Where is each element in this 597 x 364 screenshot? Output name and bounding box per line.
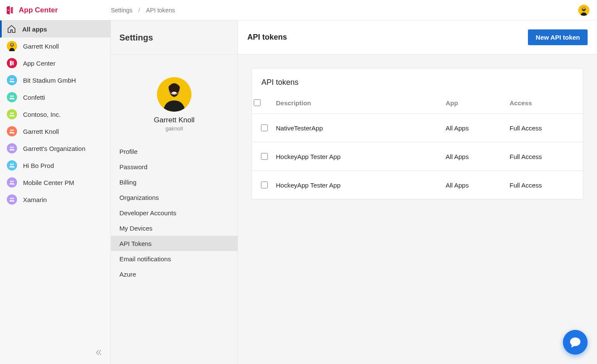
settings-nav-item[interactable]: Azure <box>111 266 238 282</box>
chevrons-left-icon <box>94 348 103 357</box>
sidebar-item-label: Contoso, Inc. <box>23 111 61 118</box>
col-description: Description <box>276 92 446 114</box>
org-icon <box>7 194 17 205</box>
settings-title: Settings <box>119 33 153 43</box>
breadcrumb-current: API tokens <box>146 7 175 14</box>
sidebar-item-label: Garrett's Organization <box>23 145 85 152</box>
svg-point-9 <box>172 92 176 93</box>
settings-nav-item[interactable]: Developer Accounts <box>111 205 238 220</box>
cell-access: Full Access <box>510 142 583 171</box>
table-row[interactable]: NativeTesterAppAll AppsFull Access <box>252 114 583 142</box>
user-avatar[interactable] <box>578 5 589 16</box>
profile-name: Garrett Knoll <box>154 116 194 124</box>
settings-nav-item[interactable]: Email notifications <box>111 251 238 266</box>
svg-point-0 <box>8 9 9 10</box>
cell-app: All Apps <box>446 171 510 199</box>
table-header-row: Description App Access <box>252 92 583 114</box>
sidebar: All apps Garrett KnollApp CenterBit Stad… <box>0 20 111 364</box>
card-title: API tokens <box>252 69 583 92</box>
chat-icon <box>569 336 582 349</box>
avatar-icon <box>157 77 191 112</box>
sidebar-item-label: Garrett Knoll <box>23 43 59 50</box>
svg-point-6 <box>11 43 13 46</box>
row-checkbox[interactable] <box>261 124 268 131</box>
sidebar-item-label: Xamarin <box>23 196 47 203</box>
sidebar-item-label: App Center <box>23 60 55 67</box>
settings-nav-item[interactable]: Password <box>111 159 238 174</box>
chat-button[interactable] <box>563 330 588 355</box>
main: API tokens New API token API tokens Desc… <box>238 20 597 364</box>
cell-description: HockeyApp Tester App <box>276 142 446 171</box>
brand-block[interactable]: App Center <box>5 6 111 15</box>
settings-nav-item[interactable]: Billing <box>111 174 238 190</box>
sidebar-item[interactable]: Garrett's Organization <box>0 140 110 157</box>
org-icon <box>7 75 17 85</box>
col-access: Access <box>510 92 583 114</box>
org-icon <box>7 109 17 119</box>
sidebar-item-all-apps[interactable]: All apps <box>0 20 110 38</box>
app-icon <box>7 58 17 68</box>
sidebar-item-label: Mobile Center PM <box>23 179 74 186</box>
sidebar-item-label: Hi Bo Prod <box>23 162 54 169</box>
avatar-icon <box>578 5 589 16</box>
user-avatar-icon <box>7 41 17 51</box>
cell-description: HockeyApp Tester App <box>276 171 446 199</box>
topbar: App Center Settings / API tokens <box>0 0 597 20</box>
sidebar-item[interactable]: Confetti <box>0 89 110 106</box>
sidebar-org-list: Garrett KnollApp CenterBit Stadium GmbHC… <box>0 38 110 208</box>
table-row[interactable]: HockeyApp Tester AppAll AppsFull Access <box>252 171 583 199</box>
sidebar-item[interactable]: Contoso, Inc. <box>0 106 110 123</box>
settings-panel: Settings Garrett Knoll gaknoll ProfilePa… <box>111 20 238 364</box>
settings-nav: ProfilePasswordBillingOrganizationsDevel… <box>111 144 238 282</box>
sidebar-item[interactable]: Hi Bo Prod <box>0 157 110 174</box>
sidebar-item[interactable]: Mobile Center PM <box>0 174 110 191</box>
sidebar-item[interactable]: Garrett Knoll <box>0 123 110 140</box>
sidebar-item-label: Bit Stadium GmbH <box>23 77 76 84</box>
page-title: API tokens <box>247 33 287 42</box>
sidebar-item[interactable]: App Center <box>0 55 110 72</box>
sidebar-footer <box>0 342 110 364</box>
new-api-token-button[interactable]: New API token <box>528 29 588 45</box>
api-tokens-card: API tokens Description App Access Native… <box>252 68 583 199</box>
home-icon <box>7 24 16 34</box>
cell-app: All Apps <box>446 142 510 171</box>
org-icon <box>7 177 17 188</box>
settings-nav-item[interactable]: Profile <box>111 144 238 159</box>
org-icon <box>7 92 17 102</box>
main-header: API tokens New API token <box>238 20 597 55</box>
sidebar-item-label: Garrett Knoll <box>23 128 59 135</box>
cell-description: NativeTesterApp <box>276 114 446 142</box>
sidebar-item-label: Confetti <box>23 94 45 101</box>
breadcrumb-separator: / <box>139 7 140 14</box>
sidebar-item[interactable]: Garrett Knoll <box>0 38 110 55</box>
profile-avatar[interactable] <box>157 77 191 112</box>
profile-block: Garrett Knoll gaknoll <box>111 55 238 144</box>
cell-access: Full Access <box>510 114 583 142</box>
settings-nav-item[interactable]: Organizations <box>111 190 238 205</box>
profile-username: gaknoll <box>165 125 183 132</box>
row-checkbox[interactable] <box>261 182 268 188</box>
org-icon <box>7 160 17 170</box>
sidebar-item-label: All apps <box>22 26 47 33</box>
settings-header: Settings <box>111 20 238 55</box>
select-all-checkbox[interactable] <box>254 99 261 106</box>
sidebar-list: All apps <box>0 20 110 38</box>
row-checkbox[interactable] <box>261 153 268 160</box>
org-icon <box>7 126 17 136</box>
content: API tokens Description App Access Native… <box>238 55 597 213</box>
settings-nav-item[interactable]: My Devices <box>111 220 238 236</box>
settings-nav-item[interactable]: API Tokens <box>111 236 238 251</box>
cell-access: Full Access <box>510 171 583 199</box>
org-icon <box>7 143 17 153</box>
tokens-table: Description App Access NativeTesterAppAl… <box>252 92 583 199</box>
col-select <box>252 92 276 114</box>
cell-app: All Apps <box>446 114 510 142</box>
sidebar-item[interactable]: Xamarin <box>0 191 110 208</box>
sidebar-item[interactable]: Bit Stadium GmbH <box>0 72 110 89</box>
breadcrumb: Settings / API tokens <box>111 7 175 14</box>
table-row[interactable]: HockeyApp Tester AppAll AppsFull Access <box>252 142 583 171</box>
app-center-logo-icon <box>5 6 14 15</box>
breadcrumb-root[interactable]: Settings <box>111 7 133 14</box>
brand-name: App Center <box>19 6 58 14</box>
sidebar-collapse-button[interactable] <box>93 347 104 360</box>
